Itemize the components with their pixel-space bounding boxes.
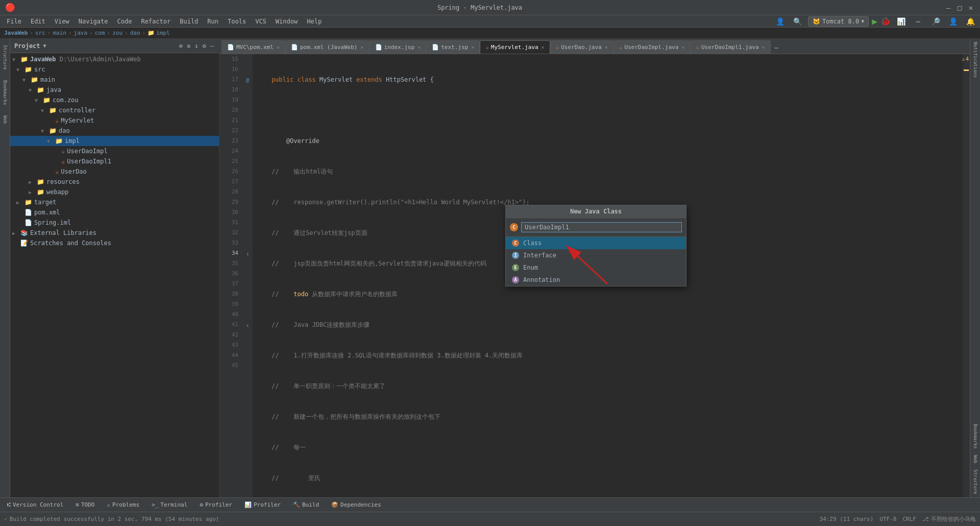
menu-help[interactable]: Help <box>303 17 326 26</box>
tree-item-src[interactable]: ▼ 📁 src <box>10 64 219 75</box>
menu-view[interactable]: View <box>51 17 74 26</box>
breadcrumb-com[interactable]: com <box>95 30 105 36</box>
notifications-sidebar-icon[interactable]: Notifications <box>972 39 979 81</box>
tab-userdaoimpl[interactable]: ☕ UserDaoImpl.java ✕ <box>614 40 691 54</box>
tab-close-btn[interactable]: ✕ <box>471 44 474 50</box>
structure-icon[interactable]: Structure <box>2 41 9 74</box>
tab-terminal[interactable]: >_ Terminal <box>146 500 192 510</box>
build-status[interactable]: ✓ Build completed successfully in 2 sec,… <box>4 516 219 522</box>
breadcrumb-src[interactable]: src <box>35 30 45 36</box>
tree-item-pomxml[interactable]: 📄 pom.xml <box>10 207 219 218</box>
bookmarks-icon[interactable]: Bookmarks <box>2 76 9 109</box>
menu-build[interactable]: Build <box>176 17 202 26</box>
tree-item-scratches[interactable]: 📝 Scratches and Consoles <box>10 238 219 248</box>
tree-item-springiml[interactable]: 📄 Spring.iml <box>10 218 219 228</box>
main-layout: Structure Bookmarks Web Project ▼ ⊕ ≡ ↕ … <box>0 39 980 497</box>
menu-navigate[interactable]: Navigate <box>75 17 112 26</box>
cursor-position[interactable]: 34:29 (11 chars) <box>819 516 873 522</box>
tree-item-controller[interactable]: ▼ 📁 controller <box>10 105 219 115</box>
collapse-icon[interactable]: ≡ <box>186 41 191 51</box>
tab-services[interactable]: ⚙ Profiler <box>194 500 237 510</box>
menu-code[interactable]: Code <box>113 17 136 26</box>
menu-tools[interactable]: Tools <box>224 17 250 26</box>
web-sidebar-icon[interactable]: Web <box>972 452 979 466</box>
breadcrumb-root[interactable]: JavaWeb <box>4 30 28 36</box>
update-btn[interactable]: 🔔 <box>963 14 977 29</box>
tab-close-btn[interactable]: ✕ <box>542 44 545 50</box>
line-sep-status[interactable]: CRLF <box>903 516 917 522</box>
popup-item-interface[interactable]: I Interface <box>506 249 686 261</box>
encoding-status[interactable]: UTF-8 <box>879 516 896 522</box>
tree-item-com-zou[interactable]: ▼ 📁 com.zou <box>10 95 219 105</box>
tab-close-btn[interactable]: ✕ <box>360 44 363 50</box>
search-everywhere-btn[interactable]: 🔍 <box>791 14 805 29</box>
settings-icon[interactable]: ⚙ <box>202 41 207 51</box>
user-btn[interactable]: 👤 <box>946 14 960 29</box>
tab-userdaoimpl1[interactable]: ☕ UserDaoImpl1.java ✕ <box>690 40 770 54</box>
menu-run[interactable]: Run <box>203 17 223 26</box>
debug-button[interactable]: 🐞 <box>880 16 891 26</box>
structure-sidebar-icon[interactable]: Structure <box>972 466 979 497</box>
tree-item-myservlet[interactable]: ☕ MyServlet <box>10 115 219 126</box>
menu-refactor[interactable]: Refactor <box>137 17 175 26</box>
breadcrumb-zou[interactable]: zou <box>112 30 122 36</box>
breadcrumb-impl[interactable]: 📁impl <box>148 30 170 36</box>
bookmarks-sidebar-icon[interactable]: Bookmarks <box>972 421 979 452</box>
tab-dependencies[interactable]: 📦 Dependencies <box>326 500 386 510</box>
tab-userdao[interactable]: ☕ UserDao.java ✕ <box>550 40 614 54</box>
more-run-btn[interactable]: ⋯ <box>911 14 925 29</box>
tab-profiler[interactable]: 📊 Profiler <box>239 500 286 510</box>
tab-version-control[interactable]: ⑆ Version Control <box>2 500 68 510</box>
tab-close-btn[interactable]: ✕ <box>762 44 765 50</box>
tab-todo[interactable]: ≡ TODO <box>70 500 100 510</box>
tab-pomxml-javaweb[interactable]: 📄 pom.xml (JavaWeb) ✕ <box>285 40 370 54</box>
menu-file[interactable]: File <box>3 17 26 26</box>
menu-edit[interactable]: Edit <box>27 17 50 26</box>
minimize-button[interactable]: — <box>944 4 952 12</box>
coverage-btn[interactable]: 📊 <box>894 14 908 29</box>
breadcrumb-dao[interactable]: dao <box>130 30 140 36</box>
tab-text-jsp[interactable]: 📄 text.jsp ✕ <box>426 40 480 54</box>
tomcat-run-config[interactable]: 🐱 Tomcat 8.0 ▼ <box>808 16 869 27</box>
web-icon[interactable]: Web <box>2 111 9 128</box>
profile-btn[interactable]: 👤 <box>773 14 788 29</box>
maximize-button[interactable]: □ <box>955 4 964 12</box>
tree-item-external-libs[interactable]: ▶ 📚 External Libraries <box>10 228 219 238</box>
close-button[interactable]: ✕ <box>967 4 975 12</box>
tab-overflow-btn[interactable]: ⋯ <box>771 42 782 54</box>
hide-icon[interactable]: — <box>209 41 215 51</box>
tree-item-userdao[interactable]: ☕ UserDao <box>10 166 219 177</box>
tree-item-userdaoimpl[interactable]: ☕ UserDaoImpl <box>10 146 219 156</box>
tree-item-impl[interactable]: ▼ 📁 impl <box>10 136 219 146</box>
tree-item-dao[interactable]: ▼ 📁 dao <box>10 126 219 136</box>
tree-item-main[interactable]: ▼ 📁 main <box>10 75 219 85</box>
tab-build[interactable]: 🔨 Build <box>288 500 324 510</box>
tree-item-javaweb[interactable]: ▼ 📁 JavaWeb D:\Users\Admin\JavaWeb <box>10 54 219 64</box>
sort-icon[interactable]: ↕ <box>193 41 199 51</box>
new-class-input[interactable] <box>521 222 682 232</box>
tab-close-btn[interactable]: ✕ <box>605 44 608 50</box>
breadcrumb-java[interactable]: java <box>74 30 88 36</box>
search-btn[interactable]: 🔎 <box>928 14 943 29</box>
menu-vcs[interactable]: VCS <box>251 17 271 26</box>
popup-item-annotation[interactable]: A Annotation <box>506 274 686 286</box>
tab-mvc-pomxml[interactable]: 📄 MVC\pom.xml ✕ <box>222 40 285 54</box>
tree-item-resources[interactable]: ▶ 📁 resources <box>10 177 219 187</box>
popup-item-enum[interactable]: E Enum <box>506 261 686 274</box>
git-branch[interactable]: ⎇ 不照给你的小乌龟 <box>922 515 976 523</box>
tab-index-jsp[interactable]: 📄 index.jsp ✕ <box>370 40 427 54</box>
tab-myservlet[interactable]: ☕ MyServlet.java ✕ <box>480 40 550 54</box>
tab-close-btn[interactable]: ✕ <box>681 44 684 50</box>
locate-icon[interactable]: ⊕ <box>178 41 184 51</box>
tab-close-btn[interactable]: ✕ <box>277 44 280 50</box>
breadcrumb-main[interactable]: main <box>53 30 66 36</box>
run-button[interactable]: ▶ <box>872 16 877 27</box>
tree-item-userdaoimpl1[interactable]: ☕ UserDaoImpl1 <box>10 156 219 166</box>
tab-close-btn[interactable]: ✕ <box>418 44 421 50</box>
popup-item-class[interactable]: C Class <box>506 237 686 249</box>
tab-problems[interactable]: ⚠ Problems <box>102 500 144 510</box>
menu-window[interactable]: Window <box>272 17 302 26</box>
tree-item-java[interactable]: ▼ 📁 java <box>10 85 219 95</box>
tree-item-target[interactable]: ▶ 📁 target <box>10 197 219 207</box>
tree-item-webapp[interactable]: ▶ 📁 webapp <box>10 187 219 197</box>
